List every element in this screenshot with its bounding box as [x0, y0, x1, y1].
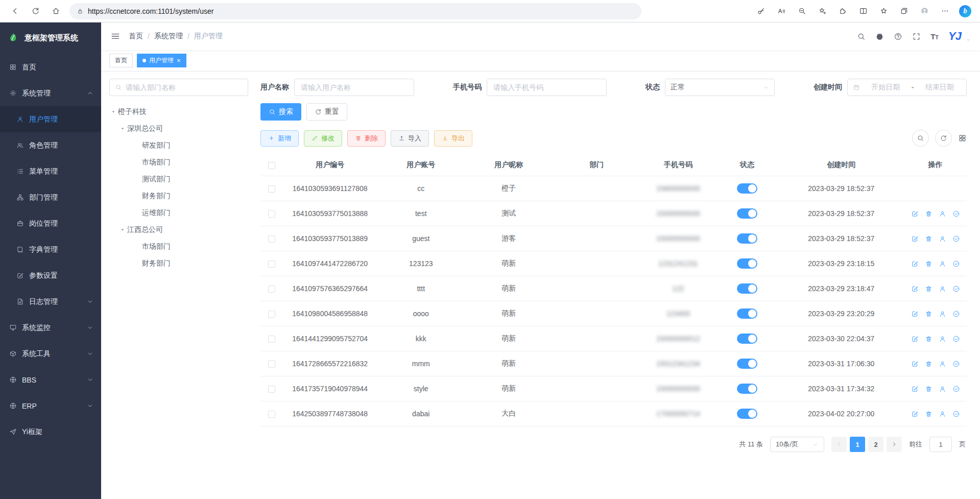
date-range-picker[interactable]: 开始日期 - 结束日期 — [847, 79, 967, 96]
check-circle-icon[interactable] — [952, 285, 960, 293]
hamburger-icon[interactable] — [110, 31, 121, 41]
close-tab-icon[interactable]: × — [177, 57, 181, 64]
chevron-down-icon[interactable] — [966, 37, 971, 42]
check-circle-icon[interactable] — [952, 385, 960, 393]
sidebar-item-8[interactable]: 参数设置 — [0, 263, 101, 289]
breadcrumb-item[interactable]: 首页 — [129, 32, 143, 41]
sidebar-item-5[interactable]: 部门管理 — [0, 184, 101, 210]
user-icon[interactable] — [939, 335, 946, 343]
user-icon[interactable] — [939, 210, 946, 218]
user-icon[interactable] — [939, 385, 946, 393]
tree-node[interactable]: 财务部门 — [109, 187, 248, 204]
status-toggle[interactable] — [737, 359, 757, 369]
trash-icon[interactable] — [925, 285, 933, 293]
trash-icon[interactable] — [925, 310, 933, 318]
sidebar-item-9[interactable]: 日志管理 — [0, 289, 101, 315]
sidebar-item-4[interactable]: 菜单管理 — [0, 158, 101, 184]
check-circle-icon[interactable] — [952, 335, 960, 343]
user-icon[interactable] — [939, 260, 946, 268]
edit-square-icon[interactable] — [911, 210, 919, 218]
refresh-table-button[interactable] — [935, 130, 952, 147]
sidebar-item-2[interactable]: 用户管理 — [0, 106, 101, 132]
sidebar-item-3[interactable]: 角色管理 — [0, 132, 101, 158]
reset-button[interactable]: 重置 — [306, 103, 347, 121]
status-toggle[interactable] — [737, 308, 757, 319]
edit-square-icon[interactable] — [911, 410, 919, 418]
add-favorite-button[interactable] — [812, 2, 832, 20]
extensions-button[interactable] — [833, 2, 852, 20]
fullscreen-icon[interactable] — [912, 32, 921, 41]
tree-node[interactable]: 财务部门 — [109, 255, 248, 272]
username-input[interactable] — [294, 79, 414, 96]
check-circle-icon[interactable] — [952, 210, 960, 218]
split-screen-button[interactable] — [853, 2, 873, 20]
copilot-button[interactable]: b — [955, 2, 975, 20]
sidebar-item-11[interactable]: 系统工具 — [0, 341, 101, 367]
sidebar-item-6[interactable]: 岗位管理 — [0, 210, 101, 236]
user-icon[interactable] — [939, 310, 946, 318]
toggle-search-button[interactable] — [912, 130, 929, 147]
user-icon[interactable] — [939, 410, 946, 418]
status-toggle[interactable] — [737, 183, 757, 194]
zoom-out-button[interactable] — [792, 2, 811, 20]
read-aloud-button[interactable] — [772, 2, 791, 20]
collections-button[interactable] — [894, 2, 914, 20]
sidebar-item-7[interactable]: 字典管理 — [0, 236, 101, 263]
row-checkbox[interactable] — [268, 210, 275, 218]
sidebar-item-10[interactable]: 系统监控 — [0, 315, 101, 341]
question-icon[interactable] — [894, 32, 902, 41]
trash-icon[interactable] — [925, 385, 933, 393]
row-checkbox[interactable] — [268, 185, 275, 193]
page-size-select[interactable]: 10条/页 — [770, 437, 824, 452]
edit-square-icon[interactable] — [911, 385, 919, 393]
edit-square-icon[interactable] — [911, 360, 919, 368]
dept-search-input[interactable] — [109, 79, 248, 96]
tree-node[interactable]: 江西总公司 — [109, 221, 248, 238]
prev-page-button[interactable] — [831, 437, 847, 452]
sidebar-item-12[interactable]: BBS — [0, 367, 101, 393]
user-icon[interactable] — [939, 285, 946, 293]
tree-node[interactable]: 市场部门 — [109, 238, 248, 255]
row-checkbox[interactable] — [268, 411, 275, 418]
row-checkbox[interactable] — [268, 386, 275, 393]
delete-button[interactable]: 删除 — [347, 130, 386, 147]
trash-icon[interactable] — [925, 410, 933, 418]
add-button[interactable]: 新增 — [260, 130, 299, 147]
status-toggle[interactable] — [737, 384, 757, 394]
phone-input[interactable] — [487, 79, 607, 96]
breadcrumb-item[interactable]: 系统管理 — [154, 32, 183, 41]
copilot-icon[interactable]: b — [959, 5, 971, 17]
star-button[interactable] — [874, 2, 893, 20]
search-button[interactable]: 搜索 — [260, 103, 301, 121]
home-button[interactable] — [46, 2, 65, 20]
status-toggle[interactable] — [737, 258, 757, 269]
more-button[interactable] — [935, 2, 954, 20]
trash-icon[interactable] — [925, 210, 933, 218]
sidebar-item-0[interactable]: 首页 — [0, 54, 101, 80]
edit-square-icon[interactable] — [911, 260, 919, 268]
trash-icon[interactable] — [925, 260, 933, 268]
row-checkbox[interactable] — [268, 361, 275, 368]
sidebar-item-14[interactable]: Yi框架 — [0, 419, 101, 445]
goto-page-input[interactable] — [929, 437, 952, 452]
check-circle-icon[interactable] — [952, 235, 960, 243]
row-checkbox[interactable] — [268, 260, 275, 268]
tab-用户管理[interactable]: 用户管理× — [137, 54, 186, 67]
back-button[interactable] — [5, 2, 25, 20]
status-toggle[interactable] — [737, 233, 757, 244]
row-checkbox[interactable] — [268, 336, 275, 343]
user-icon[interactable] — [939, 235, 946, 243]
dept-search-field[interactable] — [126, 83, 243, 91]
edit-square-icon[interactable] — [911, 285, 919, 293]
font-size-icon[interactable]: TT — [930, 33, 939, 40]
select-all-checkbox[interactable] — [268, 162, 275, 169]
edit-square-icon[interactable] — [911, 310, 919, 318]
user-avatar[interactable]: YJ — [948, 31, 961, 42]
status-toggle[interactable] — [737, 334, 757, 344]
tree-node[interactable]: 深圳总公司 — [109, 120, 248, 137]
tree-node[interactable]: 研发部门 — [109, 137, 248, 154]
check-circle-icon[interactable] — [952, 360, 960, 368]
status-toggle[interactable] — [737, 409, 757, 419]
status-toggle[interactable] — [737, 208, 757, 219]
address-bar[interactable]: https://ccnetcore.com:1101/system/user — [69, 3, 641, 19]
